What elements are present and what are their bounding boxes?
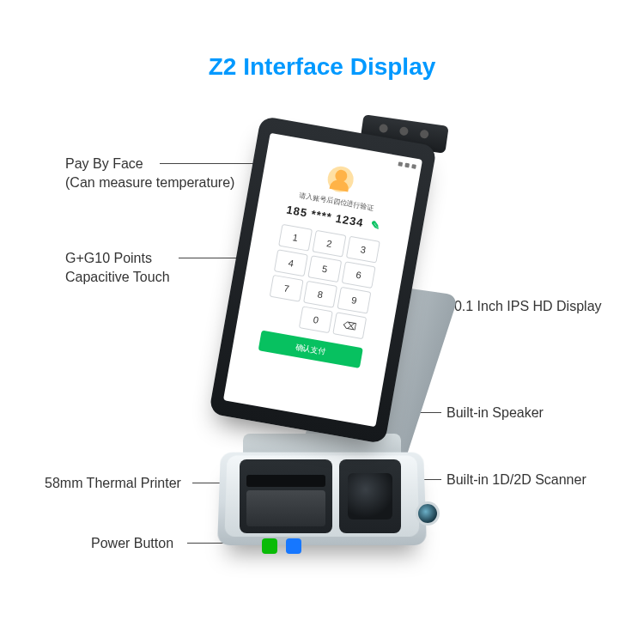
device-base bbox=[210, 425, 434, 558]
wechat-pay-icon bbox=[262, 538, 277, 554]
camera-lens-icon bbox=[420, 129, 429, 138]
printer-cover bbox=[246, 490, 325, 526]
keypad-key-7[interactable]: 7 bbox=[270, 275, 304, 302]
power-button[interactable] bbox=[418, 504, 437, 523]
keypad-key-9[interactable]: 9 bbox=[337, 287, 371, 314]
keypad-key-6[interactable]: 6 bbox=[342, 261, 376, 289]
payment-logos bbox=[262, 538, 301, 554]
keypad-key-backspace[interactable]: ⌫ bbox=[332, 312, 367, 339]
thermal-printer bbox=[240, 459, 332, 533]
status-icon bbox=[398, 161, 403, 167]
edit-icon[interactable]: ✎ bbox=[370, 218, 382, 233]
scanner-window bbox=[348, 473, 392, 519]
keypad-key-2[interactable]: 2 bbox=[312, 230, 346, 258]
printer-slot bbox=[246, 475, 325, 487]
status-icon bbox=[411, 164, 416, 169]
status-icon bbox=[404, 162, 410, 167]
user-avatar-icon bbox=[325, 164, 355, 194]
keypad-key-4[interactable]: 4 bbox=[274, 249, 308, 276]
camera-lens-icon bbox=[379, 124, 388, 133]
keypad-key-0[interactable]: 0 bbox=[299, 306, 333, 333]
keypad-key-3[interactable]: 3 bbox=[346, 236, 380, 264]
keypad-key-blank bbox=[264, 300, 299, 327]
keypad-key-1[interactable]: 1 bbox=[278, 224, 313, 252]
numeric-keypad: 1 2 3 4 5 6 7 8 9 0 ⌫ bbox=[264, 224, 380, 339]
alipay-icon bbox=[286, 538, 301, 554]
camera-lens-icon bbox=[399, 126, 409, 136]
device-illustration: 请入账号后四位进行验证 185 **** 1234 ✎ 1 2 3 4 5 6 … bbox=[0, 0, 644, 644]
keypad-key-8[interactable]: 8 bbox=[303, 281, 337, 308]
barcode-scanner bbox=[339, 459, 401, 533]
keypad-key-5[interactable]: 5 bbox=[307, 255, 342, 283]
